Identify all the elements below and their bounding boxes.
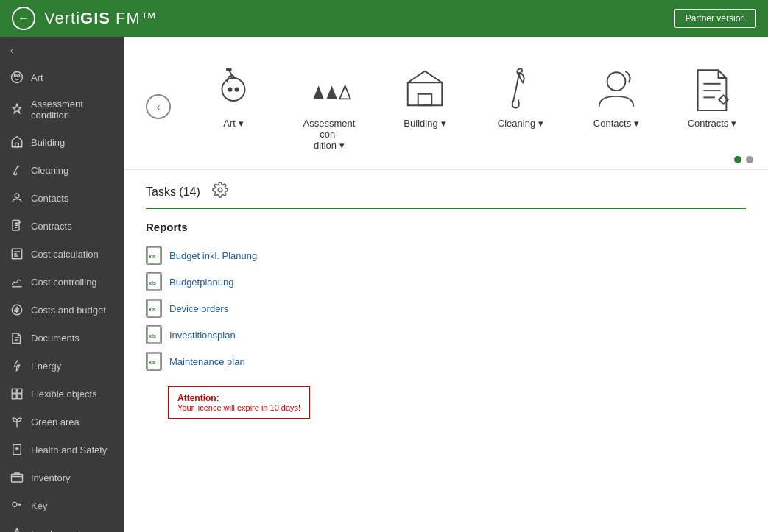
header-back-button[interactable]: ← [12,7,35,30]
sidebar-item-energy-label: Energy [31,361,61,372]
key-icon [10,499,24,512]
carousel-art-icon [211,59,256,118]
energy-icon [10,359,24,372]
sidebar-item-building[interactable]: Building [0,128,124,156]
sidebar-item-documents-label: Documents [31,333,80,344]
carousel-back-button[interactable]: ‹ [146,94,171,119]
svg-point-19 [235,87,239,91]
land-parcels-icon [10,527,24,532]
carousel-item-contacts[interactable]: Contacts ▾ [568,52,664,162]
xls-icon-investitionsplan: xls [146,325,162,344]
sidebar-item-flexible-objects[interactable]: Flexible objects [0,380,124,408]
cleaning-icon [10,163,24,177]
tasks-gear-icon[interactable] [212,182,228,202]
sidebar-item-cost-calculation[interactable]: Cost calculation [0,240,124,268]
cost-calculation-icon [10,247,24,260]
report-item-budget-inkl-label: Budget inkl. Planung [169,250,257,261]
sidebar-item-health-safety[interactable]: Health and Safety [0,436,124,464]
xls-icon-maintenance-plan: xls [146,352,162,371]
sidebar-item-flexible-objects-label: Flexible objects [31,389,97,400]
sidebar-collapse-button[interactable]: ‹ [0,37,124,63]
green-area-icon [10,415,24,428]
sidebar-item-key-label: Key [31,500,47,511]
carousel-building-label: Building [404,118,437,129]
tasks-header: Tasks (14) [146,182,746,209]
svg-marker-21 [326,85,337,99]
contracts-icon [10,219,24,233]
sidebar-item-building-label: Building [31,137,65,148]
sidebar: ‹ Art Assessment condition Building Clea [0,37,124,532]
carousel-dot-1[interactable] [734,156,741,163]
sidebar-item-inventory-label: Inventory [31,472,70,483]
carousel-item-assessment[interactable]: Assessment con- dition ▾ [281,52,377,162]
sidebar-item-cleaning[interactable]: Cleaning [0,156,124,184]
carousel-item-art[interactable]: Art ▾ [186,52,281,162]
svg-point-14 [13,503,17,507]
report-item-budgetplanung-label: Budgetplanung [169,277,233,288]
sidebar-item-costs-and-budget[interactable]: Costs and budget [0,296,124,324]
svg-point-0 [12,72,23,83]
sidebar-item-key[interactable]: Key [0,492,124,519]
svg-text:xls: xls [149,307,156,312]
carousel-assessment-icon [303,59,356,118]
svg-point-15 [222,78,245,101]
sidebar-item-art-label: Art [31,72,43,83]
app-logo: VertiGIS FM™ [44,9,158,28]
sidebar-item-cost-controlling[interactable]: Cost controlling [0,268,124,296]
sidebar-item-health-safety-label: Health and Safety [31,444,107,455]
sidebar-item-inventory[interactable]: Inventory [0,464,124,492]
report-item-maintenance-plan[interactable]: xls Maintenance plan [146,348,746,375]
report-item-device-orders[interactable]: xls Device orders [146,295,746,322]
carousel-dot-2[interactable] [746,156,753,163]
svg-rect-8 [12,389,16,393]
carousel-building-dropdown-icon: ▾ [441,118,446,129]
svg-text:xls: xls [149,360,156,365]
report-item-maintenance-plan-label: Maintenance plan [169,356,245,367]
sidebar-item-cleaning-label: Cleaning [31,165,68,176]
sidebar-item-cost-controlling-label: Cost controlling [31,277,97,288]
carousel-item-contracts[interactable]: Contracts ▾ [664,52,760,162]
sidebar-item-contacts[interactable]: Contacts [0,184,124,212]
sidebar-item-documents[interactable]: Documents [0,324,124,352]
report-item-device-orders-label: Device orders [169,303,228,314]
carousel-dot-nav [734,156,753,163]
svg-rect-9 [18,389,22,393]
svg-text:xls: xls [149,280,156,285]
svg-point-24 [607,72,626,91]
sidebar-item-contacts-label: Contacts [31,193,68,204]
carousel-contracts-dropdown-icon: ▾ [731,118,736,129]
svg-point-4 [15,194,19,198]
svg-marker-22 [339,85,350,99]
sidebar-item-energy[interactable]: Energy [0,352,124,380]
tasks-title: Tasks (14) [146,185,200,199]
carousel-contacts-label: Contacts [593,118,631,129]
sidebar-item-land-parcels[interactable]: Land parcels [0,519,124,532]
sidebar-item-land-parcels-label: Land parcels [31,528,85,533]
carousel-art-label: Art [223,118,236,129]
reports-heading: Reports [146,221,746,233]
partner-version-button[interactable]: Partner version [674,9,756,28]
carousel-building-icon [402,59,448,118]
svg-point-18 [228,87,232,91]
costs-budget-icon [10,303,24,316]
report-item-investitionsplan[interactable]: xls Investitionsplan [146,322,746,348]
carousel-item-cleaning[interactable]: Cleaning ▾ [473,52,568,162]
sidebar-item-contracts-label: Contracts [31,221,72,232]
documents-icon [10,331,24,344]
sidebar-item-green-area[interactable]: Green area [0,408,124,436]
svg-marker-20 [313,85,323,99]
sidebar-item-contracts[interactable]: Contracts [0,212,124,240]
report-item-budget-inkl[interactable]: xls Budget inkl. Planung [146,242,746,269]
svg-rect-11 [18,394,22,399]
carousel-contracts-label: Contracts [688,118,729,129]
svg-rect-13 [12,475,23,483]
svg-point-28 [218,188,222,192]
carousel-item-building[interactable]: Building ▾ [377,52,473,162]
sidebar-item-green-area-label: Green area [31,416,80,428]
carousel-assessment-label-line1: Assessment con- [296,118,362,140]
xls-icon-device-orders: xls [146,299,162,318]
sidebar-item-assessment[interactable]: Assessment condition [0,91,124,128]
report-item-budgetplanung[interactable]: xls Budgetplanung [146,269,746,295]
app-header: ← VertiGIS FM™ Partner version [0,0,768,37]
sidebar-item-art[interactable]: Art [0,63,124,91]
